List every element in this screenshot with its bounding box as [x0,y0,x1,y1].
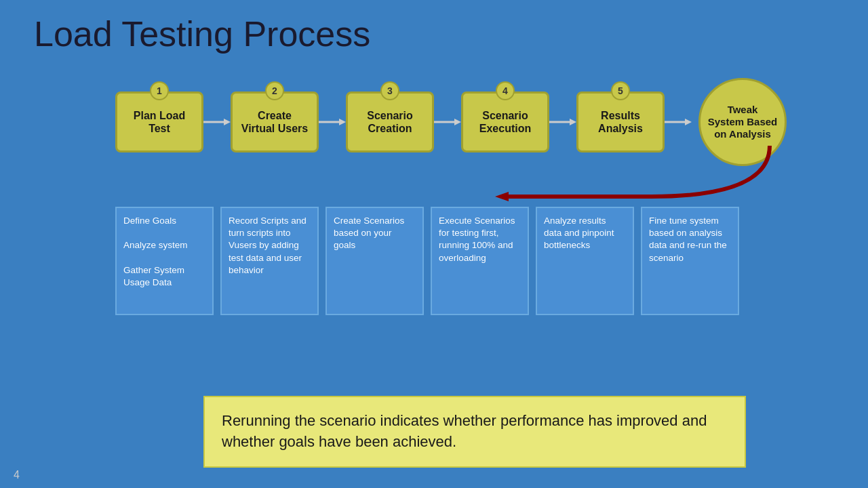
desc-box-2: Record Scripts and turn scripts into Vus… [220,207,319,315]
description-row: Define GoalsAnalyze systemGather System … [115,207,841,315]
desc-text-4: Execute Scenarios for testing first, run… [439,216,515,263]
slide: Load Testing Process 1 Plan LoadTest 2 C… [0,0,868,488]
desc-box-3: Create Scenarios based on your goals [326,207,424,315]
feedback-arrow [393,136,780,203]
desc-text-6: Fine tune system based on analysis data … [649,216,727,263]
slide-number: 4 [14,469,20,481]
step-2-label: CreateVirtual Users [241,109,308,135]
desc-box-6: Fine tune system based on analysis data … [641,207,739,315]
step-4-number: 4 [496,81,515,100]
desc-text-3: Create Scenarios based on your goals [334,216,404,250]
tweak-label: TweakSystem Basedon Analysis [708,104,778,140]
desc-text-5: Analyze results data and pinpoint bottle… [544,216,614,250]
desc-text-1: Define GoalsAnalyze systemGather System … [123,216,188,287]
svg-marker-3 [339,119,346,125]
note-text: Rerunning the scenario indicates whether… [222,412,707,450]
desc-box-1: Define GoalsAnalyze systemGather System … [115,207,214,315]
step-2-number: 2 [265,81,284,100]
slide-title: Load Testing Process [34,14,841,54]
step-4-label: ScenarioExecution [479,109,531,135]
svg-marker-10 [495,192,509,201]
step-3-number: 3 [380,81,399,100]
desc-box-4: Execute Scenarios for testing first, run… [431,207,529,315]
step-5-label: ResultsAnalysis [598,109,643,135]
svg-marker-5 [454,119,461,125]
step-1-box: 1 Plan LoadTest [115,92,203,152]
desc-box-5: Analyze results data and pinpoint bottle… [536,207,634,315]
step-1-label: Plan LoadTest [134,109,185,135]
step-5-number: 5 [611,81,630,100]
step-2-box: 2 CreateVirtual Users [231,92,319,152]
note-box: Rerunning the scenario indicates whether… [203,396,746,468]
process-row-wrapper: 1 Plan LoadTest 2 CreateVirtual Users 3 … [27,78,841,166]
step-3-label: ScenarioCreation [367,109,413,135]
desc-text-2: Record Scripts and turn scripts into Vus… [229,216,307,275]
svg-marker-7 [570,119,576,125]
step-1-number: 1 [150,81,169,100]
svg-marker-1 [224,119,231,125]
svg-marker-9 [685,119,692,125]
